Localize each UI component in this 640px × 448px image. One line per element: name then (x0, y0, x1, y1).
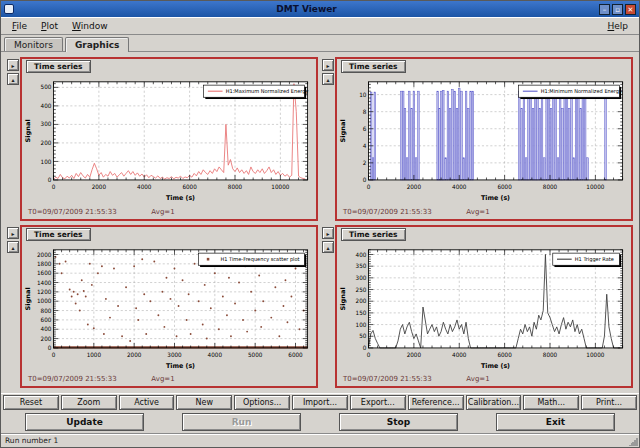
svg-text:6000: 6000 (182, 184, 197, 190)
svg-text:2000: 2000 (407, 184, 422, 190)
svg-text:6000: 6000 (497, 351, 512, 357)
pad2-arrow-up-icon[interactable]: ▴ (322, 73, 334, 85)
titlebar[interactable]: DMT Viewer – ▫ ✕ (1, 1, 639, 17)
maximize-icon[interactable]: ▫ (612, 4, 623, 15)
plot-grid: ▸ ▴ Time series 020004000600080001000001… (1, 52, 639, 393)
svg-text:Time (s): Time (s) (481, 194, 510, 202)
pad3-arrow-up-icon[interactable]: ▴ (7, 241, 19, 253)
menubar: File Plot Window Help (1, 17, 639, 35)
svg-text:4000: 4000 (208, 351, 223, 357)
svg-text:H1:Minimum Normalized Energy: H1:Minimum Normalized Energy (541, 88, 622, 95)
svg-text:1400: 1400 (37, 279, 52, 285)
print-button[interactable]: Print... (581, 395, 637, 410)
pad3-frame[interactable]: Time series 0100020003000400050006000020… (20, 225, 318, 389)
calibration-button[interactable]: Calibration... (466, 395, 522, 410)
svg-text:Signal: Signal (25, 287, 33, 310)
svg-text:Time (s): Time (s) (166, 361, 195, 369)
pad1-tab[interactable]: Time series (26, 60, 91, 73)
svg-text:2000: 2000 (92, 184, 107, 190)
resize-grip-icon[interactable] (629, 437, 638, 446)
pad3-arrow-right-icon[interactable]: ▸ (7, 227, 19, 239)
svg-text:H1:Maximum Normalized Energy: H1:Maximum Normalized Energy (226, 88, 309, 95)
svg-text:Signal: Signal (340, 119, 348, 142)
tab-graphics[interactable]: Graphics (65, 37, 130, 52)
math-button[interactable]: Math... (523, 395, 579, 410)
app-icon (4, 4, 14, 14)
pad4-t0: T0=09/07/2009 21:55:33 (343, 375, 432, 383)
chart-max-normalized-energy[interactable]: 02000400060008000100000100200300400500Ti… (22, 73, 316, 208)
svg-text:8000: 8000 (543, 184, 558, 190)
pad1-frame[interactable]: Time series 0200040006000800010000010020… (20, 57, 318, 221)
svg-text:4000: 4000 (452, 351, 467, 357)
svg-text:8: 8 (363, 109, 367, 115)
minimize-icon[interactable]: – (599, 4, 610, 15)
pad-bottom-right: ▸ ▴ Time series 020004000600080001000005… (322, 225, 633, 389)
exit-button[interactable]: Exit (496, 413, 615, 431)
menu-help[interactable]: Help (600, 19, 635, 33)
svg-text:5000: 5000 (248, 351, 263, 357)
svg-text:250: 250 (356, 286, 367, 292)
reset-button[interactable]: Reset (3, 395, 59, 410)
update-button[interactable]: Update (25, 413, 144, 431)
pad2-arrow-right-icon[interactable]: ▸ (322, 59, 334, 71)
svg-text:0: 0 (363, 344, 367, 350)
stop-button[interactable]: Stop (339, 413, 458, 431)
new-button[interactable]: New (176, 395, 232, 410)
pad2-tab[interactable]: Time series (341, 60, 406, 73)
svg-text:10000: 10000 (586, 184, 604, 190)
export-button[interactable]: Export... (350, 395, 406, 410)
chart-trigger-rate[interactable]: 0200040006000800010000050100150200250300… (337, 241, 631, 376)
svg-text:H1 Trigger Rate: H1 Trigger Rate (575, 256, 614, 263)
pad4-footer: T0=09/07/2009 21:55:33 Avg=1 (337, 375, 631, 386)
svg-text:150: 150 (356, 309, 367, 315)
pad3-avg: Avg=1 (151, 375, 174, 383)
svg-text:Time (s): Time (s) (481, 361, 510, 369)
reference-button[interactable]: Reference... (408, 395, 464, 410)
close-icon[interactable]: ✕ (625, 4, 636, 15)
menu-plot[interactable]: Plot (34, 19, 65, 33)
svg-text:3000: 3000 (167, 351, 182, 357)
svg-text:4000: 4000 (452, 184, 467, 190)
svg-text:8000: 8000 (543, 351, 558, 357)
chart-min-normalized-energy[interactable]: 02000400060008000100000246810Time (s)Sig… (337, 73, 631, 208)
active-button[interactable]: Active (119, 395, 175, 410)
pad4-frame[interactable]: Time series 0200040006000800010000050100… (335, 225, 633, 389)
svg-text:10: 10 (359, 92, 366, 98)
svg-text:2000: 2000 (407, 351, 422, 357)
pad4-arrow-right-icon[interactable]: ▸ (322, 227, 334, 239)
svg-text:800: 800 (41, 307, 52, 313)
pad4-tab[interactable]: Time series (341, 228, 406, 241)
pad2-frame[interactable]: Time series 0200040006000800010000024681… (335, 57, 633, 221)
svg-text:100: 100 (356, 321, 367, 327)
svg-text:4000: 4000 (137, 184, 152, 190)
menu-file[interactable]: File (5, 19, 34, 33)
svg-text:1200: 1200 (37, 288, 52, 294)
svg-text:0: 0 (52, 351, 56, 357)
pad2-footer: T0=09/07/2009 21:55:33 Avg=1 (337, 208, 631, 219)
window-title: DMT Viewer (14, 4, 599, 14)
svg-text:2000: 2000 (127, 351, 142, 357)
svg-text:6000: 6000 (497, 184, 512, 190)
import-button[interactable]: Import... (292, 395, 348, 410)
statusbar: Run number 1 (1, 433, 639, 447)
action-row: Update Run Stop Exit (1, 411, 639, 433)
pad3-t0: T0=09/07/2009 21:55:33 (28, 375, 117, 383)
pad1-footer: T0=09/07/2009 21:55:33 Avg=1 (22, 208, 316, 219)
options-button[interactable]: Options... (234, 395, 290, 410)
pad1-arrow-right-icon[interactable]: ▸ (7, 59, 19, 71)
svg-text:300: 300 (356, 274, 367, 280)
zoom-button[interactable]: Zoom (61, 395, 117, 410)
svg-text:1800: 1800 (37, 260, 52, 266)
svg-text:Signal: Signal (340, 287, 348, 310)
svg-text:6000: 6000 (288, 351, 303, 357)
tabbar: Monitors Graphics (1, 35, 639, 52)
pad3-tab[interactable]: Time series (26, 228, 91, 241)
chart-time-frequency-scatter[interactable]: 0100020003000400050006000020040060080010… (22, 241, 316, 376)
pad1-arrow-up-icon[interactable]: ▴ (7, 73, 19, 85)
svg-text:0: 0 (48, 177, 52, 183)
svg-text:0: 0 (52, 184, 56, 190)
svg-text:6: 6 (363, 126, 367, 132)
tab-monitors[interactable]: Monitors (4, 37, 63, 51)
menu-window[interactable]: Window (65, 19, 115, 33)
pad4-arrow-up-icon[interactable]: ▴ (322, 241, 334, 253)
